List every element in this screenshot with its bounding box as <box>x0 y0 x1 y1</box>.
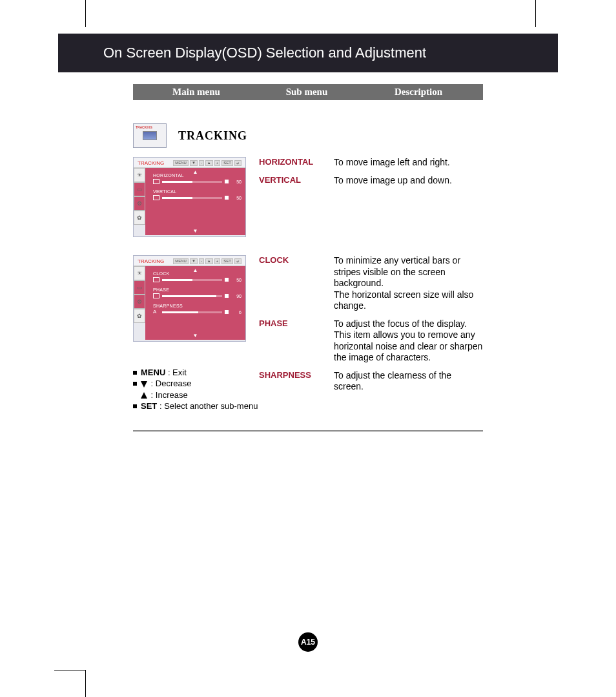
osd2-nav-arrow: ↵ <box>234 258 241 264</box>
description-text: To move image left and right. <box>334 157 483 169</box>
section-title: TRACKING <box>178 129 247 143</box>
crop-mark <box>535 0 536 27</box>
osd-item-value: 6 <box>231 310 241 315</box>
legend-set-key: SET <box>141 401 157 411</box>
osd2-nav-down: ▼ <box>190 258 198 264</box>
osd-tab-icon: ▭ <box>134 280 145 295</box>
legend-menu-key: MENU <box>141 368 165 377</box>
osd2-nav-up: ▲ <box>205 258 213 264</box>
osd1-nav-minus: - <box>199 160 204 166</box>
submenu-label: CLOCK <box>259 255 334 312</box>
bullet-icon <box>133 404 137 408</box>
slider-knob <box>225 278 229 282</box>
submenu-label: VERTICAL <box>259 175 334 187</box>
sharpness-icon: A <box>153 309 159 315</box>
osd2-title: TRACKING <box>138 258 164 264</box>
arrow-down-icon: ▼ <box>193 228 198 234</box>
osd2-nav-menu: MENU <box>173 258 189 264</box>
osd-screenshot-2: TRACKING MENU ▼ - ▲ + SET ↵ ☀ ▭ <box>133 255 246 342</box>
description-text: To adjust the clearness of the screen. <box>334 370 483 393</box>
osd1-nav-down: ▼ <box>190 160 198 166</box>
description-text: To minimize any vertical bars or stripes… <box>334 255 483 312</box>
triangle-up-icon <box>141 392 147 399</box>
crop-mark <box>54 671 85 671</box>
osd-screenshot-1: TRACKING MENU ▼ - ▲ + SET ↵ ☀ ▭ <box>133 157 246 237</box>
osd1-title: TRACKING <box>138 160 164 166</box>
slider-knob <box>225 196 229 200</box>
osd-item: PHASE 90 <box>153 287 241 298</box>
osd-item-value: 90 <box>231 294 241 298</box>
osd-tab-icon: ⚙ <box>134 295 145 309</box>
legend-set-txt: : Select another sub-menu <box>157 401 258 411</box>
page-header: On Screen Display(OSD) Selection and Adj… <box>58 34 558 72</box>
col-header-desc: Description <box>354 87 483 98</box>
osd-tab-icon: ☀ <box>134 168 145 182</box>
osd-tab-icon: ☀ <box>134 266 145 280</box>
osd1-nav-menu: MENU <box>173 160 189 166</box>
osd-tab-icon: ⚙ <box>134 196 145 211</box>
vertical-icon <box>153 195 159 200</box>
arrow-up-icon: ▲ <box>193 169 198 175</box>
osd1-nav-up: ▲ <box>205 160 213 166</box>
clock-icon <box>153 277 159 282</box>
page-number: A15 <box>298 632 318 652</box>
bullet-icon <box>133 382 137 386</box>
section-divider <box>133 430 483 432</box>
description-text: To adjust the focus of the display. This… <box>334 318 483 364</box>
osd1-nav-arrow: ↵ <box>234 160 241 166</box>
osd2-nav-minus: - <box>199 258 204 264</box>
submenu-label: HORIZONTAL <box>259 157 334 169</box>
submenu-label: SHARPNESS <box>259 370 334 393</box>
osd-item-value: 50 <box>231 180 241 184</box>
osd-item-label: PHASE <box>153 287 241 292</box>
description-text: To move image up and down. <box>334 175 483 187</box>
legend-dec-txt: : Decrease <box>149 379 191 388</box>
arrow-up-icon: ▲ <box>193 267 198 273</box>
osd2-nav-set: SET <box>221 258 233 264</box>
table-header: Main menu Sub menu Description <box>133 84 483 100</box>
osd-item-value: 50 <box>231 278 241 282</box>
osd-item-value: 50 <box>231 196 241 200</box>
slider-knob <box>225 294 229 298</box>
osd-tab-icon: ▭ <box>134 182 145 196</box>
col-header-sub: Sub menu <box>260 87 354 98</box>
page-title: On Screen Display(OSD) Selection and Adj… <box>103 45 426 61</box>
legend-menu-txt: : Exit <box>165 368 187 377</box>
osd-item: VERTICAL 50 <box>153 189 241 200</box>
osd-tab-icon: ✿ <box>134 309 145 323</box>
osd-tab-icon: ✿ <box>134 211 145 225</box>
phase-icon <box>153 293 159 298</box>
osd-item-label: SHARPNESS <box>153 304 241 308</box>
osd1-nav-set: SET <box>221 160 233 166</box>
osd-item-label: VERTICAL <box>153 189 241 194</box>
tracking-thumb: TRACKING <box>133 123 167 148</box>
osd1-nav-plus: + <box>214 160 221 166</box>
crop-mark <box>85 670 86 697</box>
slider-knob <box>225 310 229 314</box>
col-header-main: Main menu <box>133 87 260 98</box>
thumb-label: TRACKING <box>136 125 152 129</box>
horizontal-icon <box>153 179 159 184</box>
thumb-mini-icon <box>143 131 157 140</box>
osd-item: SHARPNESS A 6 <box>153 304 241 315</box>
legend-inc-txt: : Increase <box>149 390 188 400</box>
submenu-label: PHASE <box>259 318 334 364</box>
triangle-down-icon <box>141 381 147 388</box>
slider-knob <box>225 180 229 183</box>
crop-mark <box>85 0 86 27</box>
osd2-nav-plus: + <box>214 258 221 264</box>
bullet-icon <box>133 371 137 375</box>
arrow-down-icon: ▼ <box>193 333 198 338</box>
